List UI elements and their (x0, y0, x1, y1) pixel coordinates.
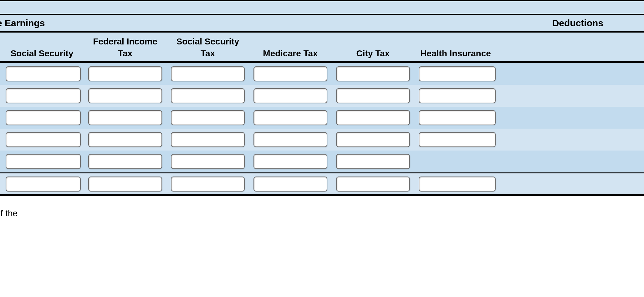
health-insurance-input[interactable] (419, 177, 496, 192)
medicare-tax-input[interactable] (253, 66, 327, 81)
federal-income-tax-input[interactable] (88, 88, 162, 103)
social-security-tax-input[interactable] (171, 132, 245, 147)
health-insurance-input[interactable] (419, 66, 496, 81)
social-security-input[interactable] (6, 154, 81, 169)
medicare-tax-input[interactable] (253, 154, 327, 169)
federal-income-tax-input[interactable] (88, 177, 162, 192)
social-security-input[interactable] (6, 88, 81, 103)
col-header-city-tax: City Tax (332, 36, 414, 59)
section-header-row: e Earnings Deductions (0, 15, 644, 33)
title-bar: Register for Period Ended (0, 0, 644, 15)
table-row (0, 107, 644, 129)
table-row (0, 151, 644, 172)
social-security-tax-input[interactable] (171, 177, 245, 192)
health-insurance-input[interactable] (419, 132, 496, 147)
medicare-tax-input[interactable] (253, 177, 327, 192)
medicare-tax-input[interactable] (253, 110, 327, 125)
column-header-row: Social Security Federal Income Tax Socia… (0, 33, 644, 63)
social-security-tax-input[interactable] (171, 88, 245, 103)
earnings-section-label: e Earnings (0, 18, 45, 28)
health-insurance-input[interactable] (419, 88, 496, 103)
social-security-tax-input[interactable] (171, 110, 245, 125)
data-rows (0, 63, 644, 196)
footer-text-fragment: of the (0, 196, 644, 218)
city-tax-input[interactable] (336, 66, 410, 81)
table-row (0, 63, 644, 85)
deductions-section-label: Deductions (552, 18, 644, 28)
col-header-federal-income-tax: Federal Income Tax (84, 36, 166, 59)
health-insurance-input[interactable] (419, 110, 496, 125)
city-tax-input[interactable] (336, 154, 410, 169)
social-security-input[interactable] (6, 66, 81, 81)
social-security-tax-input[interactable] (171, 66, 245, 81)
city-tax-input[interactable] (336, 110, 410, 125)
table-row (0, 85, 644, 107)
federal-income-tax-input[interactable] (88, 132, 162, 147)
federal-income-tax-input[interactable] (88, 154, 162, 169)
federal-income-tax-input[interactable] (88, 110, 162, 125)
col-header-health-insurance: Health Insurance (414, 36, 497, 59)
city-tax-input[interactable] (336, 88, 410, 103)
social-security-input[interactable] (6, 110, 81, 125)
table-row (0, 129, 644, 151)
col-header-social-security-tax: Social Security Tax (166, 36, 249, 59)
col-header-medicare-tax: Medicare Tax (249, 36, 332, 59)
social-security-input[interactable] (6, 177, 81, 192)
social-security-input[interactable] (6, 132, 81, 147)
payroll-register-page: Register for Period Ended e Earnings Ded… (0, 0, 644, 218)
medicare-tax-input[interactable] (253, 132, 327, 147)
table-row-totals (0, 172, 644, 194)
city-tax-input[interactable] (336, 132, 410, 147)
social-security-tax-input[interactable] (171, 154, 245, 169)
city-tax-input[interactable] (336, 177, 410, 192)
medicare-tax-input[interactable] (253, 88, 327, 103)
federal-income-tax-input[interactable] (88, 66, 162, 81)
col-header-social-security: Social Security (0, 36, 84, 59)
